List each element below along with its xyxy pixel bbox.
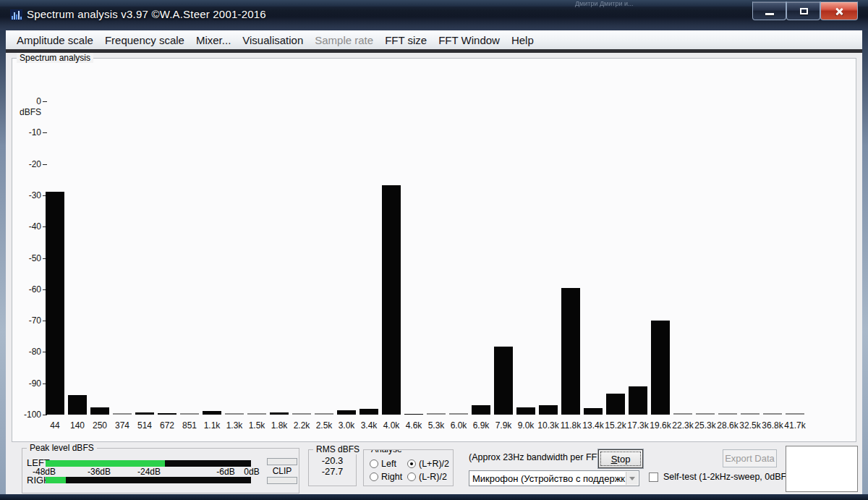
spectrum-bar xyxy=(718,413,737,415)
maximize-button[interactable] xyxy=(786,1,820,20)
spectrum-bar xyxy=(382,185,401,415)
analyse-radio-left[interactable] xyxy=(370,459,378,468)
spectrum-bar xyxy=(180,413,199,415)
spectrum-bar xyxy=(763,413,782,415)
analyse-radio-label: Left xyxy=(381,459,396,469)
spectrum-bar xyxy=(46,192,64,415)
close-button[interactable] xyxy=(820,1,858,20)
stop-button-label: S xyxy=(611,454,618,465)
y-axis-tick-label: -40 xyxy=(14,221,41,232)
spectrum-bar xyxy=(539,405,558,415)
spectrum-bar xyxy=(561,288,580,415)
right-peak-meter-fill xyxy=(46,477,66,483)
spectrum-bar xyxy=(90,407,109,415)
spectrum-bar xyxy=(741,413,760,415)
spectrum-bar xyxy=(292,413,311,415)
menu-item-visualisation[interactable]: Visualisation xyxy=(237,33,309,48)
spectrum-bar xyxy=(786,413,804,415)
menu-item-mixer[interactable]: Mixer... xyxy=(190,33,237,48)
peak-level-groupbox: Peak level dBFS LEFT RIGHT CLIP -48dB-36… xyxy=(22,448,299,493)
chevron-down-icon[interactable] xyxy=(626,472,638,485)
title-bar: Дмитри Дмитри и... Spectrum analysis v3.… xyxy=(0,0,868,30)
spectrum-bar xyxy=(584,408,603,415)
analyse-radio-right[interactable] xyxy=(370,473,378,481)
window-frame-left xyxy=(0,30,6,494)
spectrum-bar xyxy=(315,413,333,415)
y-axis-tick xyxy=(43,164,47,165)
spectrum-bar xyxy=(270,412,289,415)
right-peak-meter xyxy=(46,477,251,483)
menu-item-help[interactable]: Help xyxy=(506,33,540,48)
y-axis-tick-label: -80 xyxy=(14,347,41,357)
close-icon xyxy=(834,7,844,17)
left-peak-meter xyxy=(46,460,251,467)
spectrum-bar xyxy=(337,410,356,415)
audio-device-combobox[interactable]: Микрофон (Устройство с поддержк xyxy=(469,470,639,486)
window-frame-right xyxy=(862,30,868,494)
spectrum-bar xyxy=(247,413,266,415)
selftest-label: Self-test (1-2kHz-sweep, 0dBFS) xyxy=(663,472,796,482)
spectrum-bar xyxy=(629,386,647,415)
spectrum-bar xyxy=(696,413,715,415)
y-axis-unit-label: dBFS xyxy=(14,107,41,117)
selftest-checkbox[interactable] xyxy=(649,473,658,482)
rms-legend: RMS dBFS xyxy=(313,444,362,454)
y-axis-tick-label: 0 xyxy=(14,96,41,106)
spectrum-bar xyxy=(404,414,423,415)
peak-level-legend: Peak level dBFS xyxy=(27,443,97,453)
desktop-icon-label: Дмитри Дмитри и... xyxy=(575,0,633,7)
analyse-radio-l-r-2[interactable] xyxy=(407,459,416,468)
menu-item-fft-size[interactable]: FFT size xyxy=(379,33,433,48)
spectrum-bar xyxy=(113,413,132,415)
window-title: Spectrum analysis v3.97 ©W.A.Steer 2001-… xyxy=(27,8,266,20)
analyse-radio-label: (L-R)/2 xyxy=(419,472,447,482)
spectrum-bar xyxy=(449,413,468,415)
spectrum-bar xyxy=(225,413,244,415)
spectrum-bar xyxy=(135,412,154,415)
y-axis-tick-label: -30 xyxy=(14,190,41,200)
analyse-radio-label: Right xyxy=(381,472,402,482)
meter-scale-label: -6dB xyxy=(216,467,234,477)
meter-scale-label: -36dB xyxy=(88,467,111,477)
meter-scale-label: -24dB xyxy=(137,467,161,477)
spectrum-bar xyxy=(606,394,625,415)
y-axis-tick-label: -90 xyxy=(14,378,41,389)
desktop-background-strip: Дмитри Дмитри и... xyxy=(0,0,868,7)
left-peak-meter-fill xyxy=(46,460,165,467)
export-data-label: Export Data xyxy=(725,453,775,464)
spectrum-bar xyxy=(472,405,490,415)
spectrum-bar xyxy=(516,407,535,415)
window-frame-bottom xyxy=(0,494,868,500)
y-axis-tick-label: -20 xyxy=(14,159,41,169)
analyse-groupbox: Analyse LeftRight(L+R)/2(L-R)/2 xyxy=(363,449,454,486)
y-axis-tick-label: -10 xyxy=(14,127,41,137)
x-axis-tick-label: 41.7k xyxy=(778,420,812,431)
analyse-radio-l-r-2[interactable] xyxy=(407,473,416,481)
clip-label: CLIP xyxy=(267,466,297,476)
stop-button[interactable]: Stop xyxy=(598,449,643,468)
meter-scale-label: 0dB xyxy=(244,467,259,477)
spectrum-bar xyxy=(494,347,513,415)
application-window: Дмитри Дмитри и... Spectrum analysis v3.… xyxy=(0,0,868,500)
spectrum-bar xyxy=(427,413,446,415)
rms-groupbox: RMS dBFS -20.3 -27.7 xyxy=(308,449,357,486)
y-axis-tick-label: -70 xyxy=(14,315,41,326)
y-axis-tick-label: -60 xyxy=(14,284,41,295)
menu-item-amplitude-scale[interactable]: Amplitude scale xyxy=(11,33,99,48)
audio-device-value: Микрофон (Устройство с поддержк xyxy=(472,473,625,484)
y-axis-tick xyxy=(43,132,47,133)
menu-item-fft-window[interactable]: FFT Window xyxy=(433,33,506,48)
maximize-icon xyxy=(800,8,808,14)
y-axis-tick-label: -100 xyxy=(14,410,41,420)
menu-item-frequency-scale[interactable]: Frequency scale xyxy=(99,33,190,48)
rms-left-value: -20.3 xyxy=(309,455,356,466)
minimize-icon xyxy=(765,13,774,15)
export-data-button[interactable]: Export Data xyxy=(723,449,777,467)
y-axis-tick xyxy=(43,101,47,102)
rms-right-value: -27.7 xyxy=(309,466,356,477)
y-axis-tick xyxy=(43,415,47,415)
menu-bar: Amplitude scaleFrequency scaleMixer...Vi… xyxy=(6,30,862,49)
spectrum-groupbox: Spectrum analysis dBFS 0-10-20-30-40-50-… xyxy=(12,58,856,442)
menu-item-sample-rate[interactable]: Sample rate xyxy=(309,33,379,48)
minimize-button[interactable] xyxy=(752,1,786,20)
